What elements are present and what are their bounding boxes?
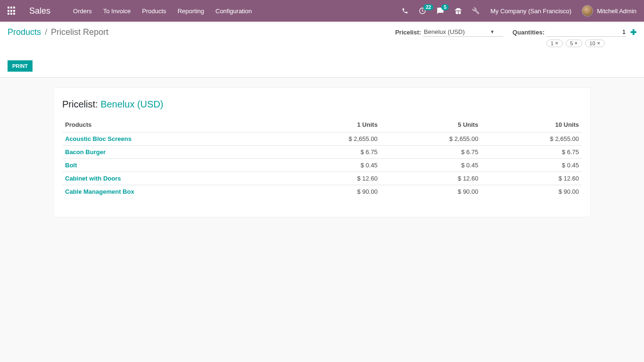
messages-icon[interactable]: 5 bbox=[437, 7, 444, 15]
product-link[interactable]: Bacon Burger bbox=[65, 148, 106, 156]
user-avatar bbox=[582, 5, 593, 16]
cell-q10: $ 12.60 bbox=[481, 172, 582, 185]
quantities-label: Quantities: bbox=[512, 29, 545, 36]
cell-q1: $ 6.75 bbox=[280, 146, 380, 159]
cell-q5: $ 0.45 bbox=[380, 159, 481, 172]
cell-q10: $ 6.75 bbox=[481, 146, 582, 159]
table-row: Bolt$ 0.45$ 0.45$ 0.45 bbox=[62, 159, 582, 172]
report-pricelist-name: Benelux (USD) bbox=[100, 99, 163, 109]
table-row: Bacon Burger$ 6.75$ 6.75$ 6.75 bbox=[62, 146, 582, 159]
breadcrumb-separator: / bbox=[45, 27, 47, 37]
cell-q10: $ 2,655.00 bbox=[481, 132, 582, 146]
nav-orders[interactable]: Orders bbox=[73, 8, 92, 15]
cell-q10: $ 90.00 bbox=[481, 185, 582, 198]
pricelist-value: Benelux (USD) bbox=[424, 28, 465, 35]
pricelist-label: Pricelist: bbox=[395, 29, 421, 36]
quantities-input[interactable] bbox=[546, 27, 627, 37]
close-icon: ✕ bbox=[555, 41, 559, 46]
apps-icon[interactable] bbox=[8, 7, 16, 15]
cell-product: Bacon Burger bbox=[62, 146, 280, 159]
breadcrumb-current: Pricelist Report bbox=[51, 27, 108, 37]
cell-q1: $ 0.45 bbox=[280, 159, 380, 172]
col-1-units: 1 Units bbox=[280, 117, 380, 132]
cell-product: Acoustic Bloc Screens bbox=[62, 132, 280, 146]
breadcrumb: Products / Pricelist Report bbox=[8, 27, 108, 37]
cell-q1: $ 90.00 bbox=[280, 185, 380, 198]
app-brand[interactable]: Sales bbox=[29, 6, 50, 16]
table-row: Cable Management Box$ 90.00$ 90.00$ 90.0… bbox=[62, 185, 582, 198]
main-content: Pricelist: Benelux (USD) Products 1 Unit… bbox=[0, 78, 644, 227]
pricelist-table: Products 1 Units 5 Units 10 Units Acoust… bbox=[62, 117, 582, 198]
cell-q1: $ 2,655.00 bbox=[280, 132, 380, 146]
col-products: Products bbox=[62, 117, 280, 132]
col-10-units: 10 Units bbox=[481, 117, 582, 132]
quantity-badges: 1✕ 5✕ 10✕ bbox=[546, 40, 605, 47]
nav-right: 22 5 My Company (San Francisco) Mitchell… bbox=[402, 5, 636, 16]
user-menu[interactable]: Mitchell Admin bbox=[582, 5, 636, 16]
nav-links: Orders To Invoice Products Reporting Con… bbox=[73, 8, 252, 15]
product-link[interactable]: Bolt bbox=[65, 162, 77, 169]
nav-configuration[interactable]: Configuration bbox=[215, 8, 252, 15]
cell-product: Bolt bbox=[62, 159, 280, 172]
report-sheet: Pricelist: Benelux (USD) Products 1 Unit… bbox=[53, 87, 591, 217]
col-5-units: 5 Units bbox=[380, 117, 481, 132]
control-panel: Products / Pricelist Report Pricelist: B… bbox=[0, 22, 644, 78]
cell-q5: $ 12.60 bbox=[380, 172, 481, 185]
caret-down-icon: ▼ bbox=[490, 29, 495, 34]
cell-q5: $ 6.75 bbox=[380, 146, 481, 159]
nav-products[interactable]: Products bbox=[142, 8, 166, 15]
cell-q5: $ 2,655.00 bbox=[380, 132, 481, 146]
user-name: Mitchell Admin bbox=[597, 8, 636, 15]
tools-icon[interactable] bbox=[472, 7, 480, 15]
top-nav: Sales Orders To Invoice Products Reporti… bbox=[0, 0, 644, 22]
product-link[interactable]: Acoustic Bloc Screens bbox=[65, 135, 132, 142]
table-row: Acoustic Bloc Screens$ 2,655.00$ 2,655.0… bbox=[62, 132, 582, 146]
qty-badge-10[interactable]: 10✕ bbox=[585, 40, 604, 47]
gift-icon[interactable] bbox=[454, 7, 462, 15]
phone-icon[interactable] bbox=[402, 8, 408, 14]
close-icon: ✕ bbox=[597, 41, 601, 46]
table-row: Cabinet with Doors$ 12.60$ 12.60$ 12.60 bbox=[62, 172, 582, 185]
activities-badge: 22 bbox=[423, 4, 433, 10]
company-selector[interactable]: My Company (San Francisco) bbox=[490, 8, 571, 15]
cell-q1: $ 12.60 bbox=[280, 172, 380, 185]
nav-to-invoice[interactable]: To Invoice bbox=[103, 8, 131, 15]
qty-badge-1[interactable]: 1✕ bbox=[546, 40, 563, 47]
pricelist-dropdown[interactable]: Benelux (USD) ▼ bbox=[423, 27, 503, 37]
cell-product: Cable Management Box bbox=[62, 185, 280, 198]
close-icon: ✕ bbox=[574, 41, 578, 46]
cell-q10: $ 0.45 bbox=[481, 159, 582, 172]
pricelist-field: Pricelist: Benelux (USD) ▼ bbox=[395, 27, 503, 37]
print-button[interactable]: Print bbox=[8, 60, 33, 72]
activities-icon[interactable]: 22 bbox=[419, 7, 426, 15]
cell-product: Cabinet with Doors bbox=[62, 172, 280, 185]
add-quantity-button[interactable]: ✚ bbox=[630, 28, 636, 37]
cell-q5: $ 90.00 bbox=[380, 185, 481, 198]
product-link[interactable]: Cabinet with Doors bbox=[65, 175, 121, 182]
nav-reporting[interactable]: Reporting bbox=[178, 8, 204, 15]
report-title: Pricelist: Benelux (USD) bbox=[62, 99, 582, 110]
product-link[interactable]: Cable Management Box bbox=[65, 188, 134, 195]
breadcrumb-parent[interactable]: Products bbox=[8, 27, 41, 37]
messages-badge: 5 bbox=[441, 4, 449, 10]
qty-badge-5[interactable]: 5✕ bbox=[566, 40, 582, 47]
